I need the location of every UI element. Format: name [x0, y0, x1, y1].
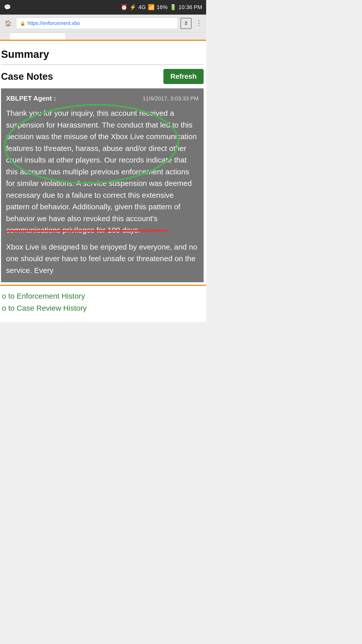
- message-body-part2: Xbox Live is designed to be enjoyed by e…: [6, 241, 199, 276]
- battery-text: 16%: [157, 4, 168, 11]
- case-notes-label: Case Notes: [1, 71, 53, 82]
- chat-icon: 💬: [4, 4, 11, 11]
- tab-switcher-button[interactable]: 2: [180, 18, 192, 29]
- case-notes-row: Case Notes Refresh: [1, 65, 204, 89]
- annotated-text-block: Thank you for your inquiry, this account…: [6, 107, 199, 236]
- case-review-link[interactable]: o to Case Review History: [2, 304, 204, 312]
- status-bar: 💬 ⏰ ⚡ 4G 📶 16% 🔋 10:36 PM: [0, 0, 206, 15]
- tab-count: 2: [185, 21, 187, 26]
- status-icons: ⏰ ⚡ 4G 📶 16% 🔋 10:36 PM: [121, 4, 202, 11]
- footer-links: o to Enforcement History o to Case Revie…: [0, 286, 206, 322]
- active-tab: [10, 33, 65, 40]
- browser-chrome: 🏠 🔒 https://enforcement.xbo 2 ⋮: [0, 15, 206, 32]
- agent-label: XBLPET Agent :: [6, 95, 56, 102]
- enforcement-history-link[interactable]: o to Enforcement History: [2, 292, 204, 300]
- message-header: XBLPET Agent : 11/6/2017, 3:03:33 PM: [6, 95, 199, 102]
- signal-bars: 📶: [148, 4, 155, 11]
- refresh-button[interactable]: Refresh: [163, 69, 204, 84]
- url-text: https://enforcement.xbo: [27, 20, 80, 26]
- battery-icon: 🔋: [170, 4, 176, 11]
- message-box: XBLPET Agent : 11/6/2017, 3:03:33 PM Tha…: [1, 89, 204, 282]
- summary-title: Summary: [1, 46, 204, 65]
- browser-menu-button[interactable]: ⋮: [194, 19, 204, 27]
- alarm-icon: ⏰: [121, 4, 127, 11]
- message-date: 11/6/2017, 3:03:33 PM: [143, 95, 199, 102]
- tab-indicator: [0, 32, 206, 40]
- lightning-icon: ⚡: [129, 4, 136, 11]
- home-button[interactable]: 🏠: [3, 18, 14, 29]
- signal-text: 4G: [138, 4, 146, 11]
- address-bar[interactable]: 🔒 https://enforcement.xbo: [16, 18, 178, 29]
- message-body-part1: Thank you for your inquiry, this account…: [6, 107, 199, 236]
- lock-icon: 🔒: [20, 21, 25, 26]
- time-display: 10:36 PM: [178, 4, 202, 11]
- page-content: Summary Case Notes Refresh XBLPET Agent …: [0, 41, 206, 285]
